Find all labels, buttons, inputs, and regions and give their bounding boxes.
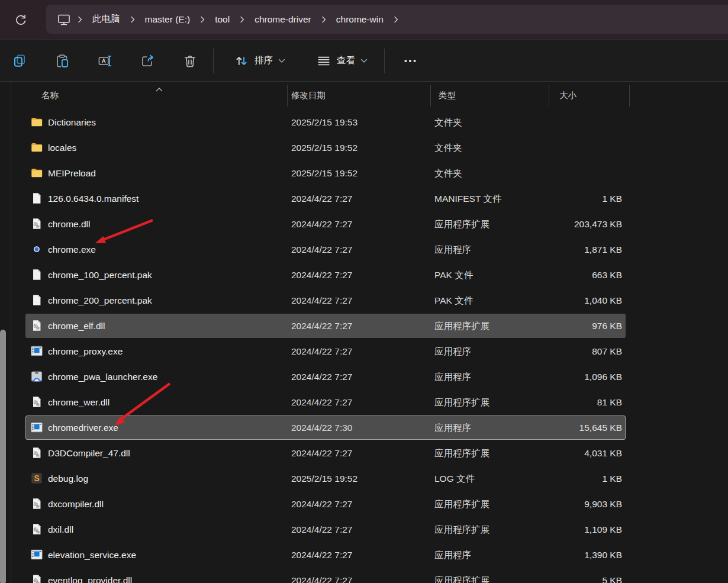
copy-button[interactable] bbox=[6, 47, 33, 75]
file-name: chromedriver.exe bbox=[48, 415, 118, 440]
dll-icon bbox=[30, 217, 43, 230]
file-size: 81 KB bbox=[521, 389, 622, 415]
file-date: 2024/4/22 7:27 bbox=[291, 237, 352, 262]
file-type: 应用程序扩展 bbox=[434, 211, 489, 237]
file-type: 文件夹 bbox=[434, 109, 462, 135]
file-name: chrome_100_percent.pak bbox=[48, 262, 152, 288]
column-header-type[interactable]: 类型 bbox=[439, 82, 456, 109]
file-type: 应用程序扩展 bbox=[434, 440, 489, 466]
file-date: 2025/2/15 19:52 bbox=[291, 160, 357, 186]
view-icon bbox=[316, 53, 331, 69]
file-name: chrome_proxy.exe bbox=[48, 339, 123, 364]
file-size: 1,096 KB bbox=[521, 364, 622, 389]
dll-icon bbox=[30, 497, 43, 510]
file-type: 应用程序 bbox=[434, 364, 471, 389]
breadcrumb-item[interactable]: master (E:) bbox=[137, 14, 199, 25]
table-row[interactable]: chrome_proxy.exe 2024/4/22 7:27 应用程序 807… bbox=[0, 339, 728, 364]
file-list: Dictionaries 2025/2/15 19:53 文件夹 locales… bbox=[0, 109, 728, 583]
address-bar[interactable]: 此电脑master (E:)toolchrome-driverchrome-wi… bbox=[46, 5, 728, 34]
file-type: 应用程序 bbox=[434, 542, 471, 568]
file-type: 应用程序扩展 bbox=[434, 491, 489, 517]
table-row[interactable]: Dictionaries 2025/2/15 19:53 文件夹 bbox=[0, 109, 728, 135]
dll-icon bbox=[30, 523, 43, 536]
dll-icon bbox=[30, 574, 43, 583]
file-date: 2024/4/22 7:27 bbox=[291, 389, 352, 415]
table-row[interactable]: chromedriver.exe 2024/4/22 7:30 应用程序 15,… bbox=[0, 415, 728, 440]
file-icon bbox=[30, 294, 43, 307]
file-name: debug.log bbox=[48, 466, 88, 491]
chromium-icon bbox=[30, 243, 43, 256]
sort-label: 排序 bbox=[255, 54, 273, 67]
file-icon bbox=[30, 268, 43, 281]
column-divider[interactable] bbox=[287, 85, 288, 107]
table-row[interactable]: chrome_100_percent.pak 2024/4/22 7:27 PA… bbox=[0, 262, 728, 288]
file-type: 文件夹 bbox=[434, 135, 462, 160]
column-divider[interactable] bbox=[629, 85, 630, 107]
sort-dropdown[interactable]: 排序 bbox=[227, 47, 292, 75]
table-row[interactable]: chrome_pwa_launcher.exe 2024/4/22 7:27 应… bbox=[0, 364, 728, 389]
table-row[interactable]: chrome_200_percent.pak 2024/4/22 7:27 PA… bbox=[0, 288, 728, 313]
scrollbar-thumb[interactable] bbox=[0, 330, 6, 583]
breadcrumb-item[interactable]: 此电脑 bbox=[84, 13, 128, 25]
paste-button[interactable] bbox=[49, 47, 76, 75]
column-header-size[interactable]: 大小 bbox=[559, 82, 576, 109]
chevron-down-icon bbox=[278, 59, 285, 63]
file-type: PAK 文件 bbox=[434, 288, 473, 313]
table-row[interactable]: eventlog_provider.dll 2024/4/22 7:27 应用程… bbox=[0, 568, 728, 583]
table-row[interactable]: chrome.dll 2024/4/22 7:27 应用程序扩展 203,473… bbox=[0, 211, 728, 237]
file-name: elevation_service.exe bbox=[48, 542, 136, 568]
breadcrumb-item[interactable]: chrome-driver bbox=[246, 14, 320, 25]
file-size: 807 KB bbox=[521, 339, 622, 364]
table-row[interactable]: elevation_service.exe 2024/4/22 7:27 应用程… bbox=[0, 542, 728, 568]
table-row[interactable]: chrome_elf.dll 2024/4/22 7:27 应用程序扩展 976… bbox=[0, 313, 728, 339]
table-row[interactable]: dxcompiler.dll 2024/4/22 7:27 应用程序扩展 9,9… bbox=[0, 491, 728, 517]
table-row[interactable]: chrome_wer.dll 2024/4/22 7:27 应用程序扩展 81 … bbox=[0, 389, 728, 415]
refresh-button[interactable] bbox=[12, 12, 29, 28]
folder-icon bbox=[30, 115, 43, 128]
command-toolbar: A 排序 bbox=[0, 40, 728, 82]
more-options-button[interactable] bbox=[397, 47, 424, 75]
file-name: 126.0.6434.0.manifest bbox=[48, 186, 138, 211]
folder-icon bbox=[30, 166, 43, 179]
table-row[interactable]: MEIPreload 2025/2/15 19:52 文件夹 bbox=[0, 160, 728, 186]
folder-icon bbox=[30, 141, 43, 154]
column-divider[interactable] bbox=[430, 85, 431, 107]
file-name: D3DCompiler_47.dll bbox=[48, 440, 130, 466]
file-icon bbox=[30, 192, 43, 205]
file-size: 976 KB bbox=[521, 313, 622, 339]
file-name: chrome.exe bbox=[48, 237, 96, 262]
sort-icon bbox=[234, 53, 249, 69]
file-name: chrome_wer.dll bbox=[48, 389, 109, 415]
file-type: 应用程序扩展 bbox=[434, 389, 489, 415]
table-row[interactable]: dxil.dll 2024/4/22 7:27 应用程序扩展 1,109 KB bbox=[0, 517, 728, 542]
table-row[interactable]: S debug.log 2025/2/15 19:52 LOG 文件 1 KB bbox=[0, 466, 728, 491]
file-list-area: 名称 修改日期 类型 大小 Dictionaries 2025/2/15 19:… bbox=[0, 82, 728, 583]
column-header-date[interactable]: 修改日期 bbox=[291, 82, 326, 109]
this-pc-icon[interactable] bbox=[57, 12, 71, 27]
delete-button[interactable] bbox=[176, 47, 204, 75]
file-date: 2024/4/22 7:27 bbox=[291, 364, 352, 389]
copy-icon bbox=[12, 53, 27, 69]
table-row[interactable]: chrome.exe 2024/4/22 7:27 应用程序 1,871 KB bbox=[0, 237, 728, 262]
file-type: 应用程序 bbox=[434, 415, 471, 440]
table-row[interactable]: 126.0.6434.0.manifest 2024/4/22 7:27 MAN… bbox=[0, 186, 728, 211]
delete-icon bbox=[182, 53, 198, 69]
file-date: 2024/4/22 7:27 bbox=[291, 440, 352, 466]
breadcrumb-item[interactable]: chrome-win bbox=[328, 14, 392, 25]
rename-button[interactable]: A bbox=[91, 47, 118, 75]
view-dropdown[interactable]: 查看 bbox=[309, 47, 375, 75]
column-header-name[interactable]: 名称 bbox=[41, 82, 59, 109]
file-date: 2024/4/22 7:30 bbox=[291, 415, 352, 440]
file-name: chrome.dll bbox=[48, 211, 91, 237]
file-size: 1,871 KB bbox=[521, 237, 622, 262]
file-date: 2024/4/22 7:27 bbox=[291, 568, 352, 583]
table-row[interactable]: locales 2025/2/15 19:52 文件夹 bbox=[0, 135, 728, 160]
file-date: 2024/4/22 7:27 bbox=[291, 542, 352, 568]
breadcrumb-item[interactable]: tool bbox=[207, 14, 238, 25]
share-button[interactable] bbox=[134, 47, 161, 75]
file-name: dxil.dll bbox=[48, 517, 73, 542]
file-name: chrome_elf.dll bbox=[48, 313, 105, 339]
column-divider[interactable] bbox=[549, 85, 549, 107]
file-date: 2024/4/22 7:27 bbox=[291, 186, 352, 211]
table-row[interactable]: D3DCompiler_47.dll 2024/4/22 7:27 应用程序扩展… bbox=[0, 440, 728, 466]
